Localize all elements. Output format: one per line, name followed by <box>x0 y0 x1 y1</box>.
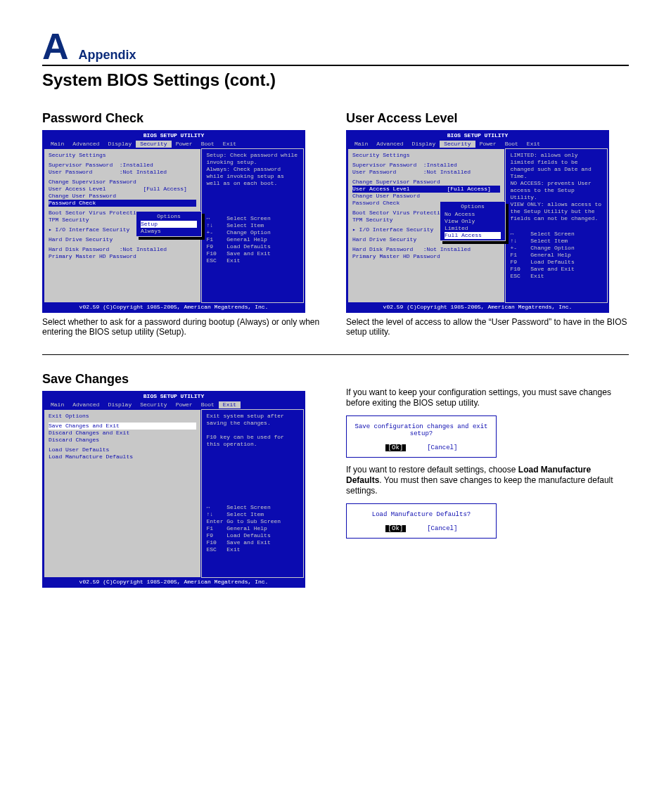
bios-title: BIOS SETUP UTILITY <box>44 392 304 401</box>
section-divider <box>42 354 629 355</box>
nav-l4: F9 Load Defaults <box>510 259 603 266</box>
popup-option-view-only[interactable]: View Only <box>445 218 501 225</box>
password-check-popup: Options Setup Always <box>136 211 202 237</box>
row-change-sup-pw[interactable]: Change Supervisor Password <box>352 179 500 186</box>
popup-title: Options <box>445 203 501 210</box>
bios-screenshot-save-changes: BIOS SETUP UTILITY Main Advanced Display… <box>42 391 305 588</box>
popup-option-always[interactable]: Always <box>141 228 197 235</box>
menu-boot[interactable]: Boot <box>197 401 219 408</box>
appendix-label: Appendix <box>79 48 136 63</box>
menu-security[interactable]: Security <box>136 401 171 408</box>
row-discard-changes[interactable]: Discard Changes <box>49 437 196 444</box>
nav-l2: +- Change Option <box>206 229 299 236</box>
menu-advanced[interactable]: Advanced <box>68 401 103 408</box>
bios-left-pane: Security Settings Supervisor Password :I… <box>347 148 505 303</box>
menu-power[interactable]: Power <box>172 401 197 408</box>
para2-c: . You must then save changes to keep the… <box>346 475 613 496</box>
nav-l6: ESC Exit <box>206 546 299 553</box>
popup-option-limited[interactable]: Limited <box>445 225 501 232</box>
bios-nav: ↔ Select Screen ↑↓ Select Item +- Change… <box>206 215 299 264</box>
nav-l0: ↔ Select Screen <box>510 231 603 238</box>
dialog-message: Save configuration changes and exit setu… <box>351 423 492 437</box>
nav-l1: ↑↓ Select Item <box>206 222 299 229</box>
menu-display[interactable]: Display <box>104 141 136 148</box>
bios-screenshot-user-access: BIOS SETUP UTILITY Main Advanced Display… <box>346 130 609 313</box>
row-supervisor-pw: Supervisor Password :Installed <box>49 162 196 169</box>
bios-footer: v02.59 (C)Copyright 1985-2005, American … <box>44 578 304 586</box>
popup-option-no-access[interactable]: No Access <box>445 211 501 218</box>
row-user-access-level[interactable]: User Access Level [Full Access] <box>352 186 500 193</box>
menu-main[interactable]: Main <box>46 141 68 148</box>
menu-security[interactable]: Security <box>440 141 475 148</box>
nav-l1: ↑↓ Select Item <box>510 238 603 245</box>
menu-boot[interactable]: Boot <box>501 141 523 148</box>
dialog-cancel-button[interactable]: [Cancel] <box>427 444 457 451</box>
nav-l3: F1 General Help <box>206 525 299 532</box>
bios-title: BIOS SETUP UTILITY <box>347 131 608 140</box>
menu-power[interactable]: Power <box>475 141 501 148</box>
nav-l0: ↔ Select Screen <box>206 215 299 222</box>
menu-display[interactable]: Display <box>408 141 440 148</box>
menu-main[interactable]: Main <box>350 141 372 148</box>
exit-heading: Exit Options <box>49 413 196 420</box>
bios-left-pane: Exit Options Save Changes and Exit Disca… <box>44 409 201 578</box>
row-save-and-exit[interactable]: Save Changes and Exit <box>49 423 196 430</box>
row-discard-and-exit[interactable]: Discard Changes and Exit <box>49 430 196 437</box>
popup-title: Options <box>141 213 197 220</box>
nav-l5: F10 Save and Exit <box>206 250 299 257</box>
user-access-popup: Options No Access View Only Limited Full… <box>440 201 506 241</box>
user-access-heading: User Access Level <box>346 111 629 126</box>
save-changes-para1: If you want to keep your configuration s… <box>346 387 629 408</box>
row-load-user-defaults[interactable]: Load User Defaults <box>49 446 196 453</box>
popup-option-full-access[interactable]: Full Access <box>445 232 501 239</box>
row-change-sup-pw[interactable]: Change Supervisor Password <box>49 179 196 186</box>
dialog-ok-button[interactable]: [Ok] <box>385 444 407 451</box>
row-user-access-level[interactable]: User Access Level [Full Access] <box>49 186 196 193</box>
nav-l2: +- Change Option <box>510 245 603 252</box>
menu-display[interactable]: Display <box>104 401 136 408</box>
nav-l1: ↑↓ Select Item <box>206 511 299 518</box>
para2-a: If you want to restore default settings,… <box>346 465 518 475</box>
page-title: System BIOS Settings (cont.) <box>42 70 629 90</box>
appendix-header: A Appendix <box>42 28 629 66</box>
row-change-user-pw[interactable]: Change User Password <box>49 193 196 200</box>
bios-screenshot-password-check: BIOS SETUP UTILITY Main Advanced Display… <box>42 130 305 313</box>
dialog-ok-button[interactable]: [Ok] <box>385 525 407 532</box>
help-text: LIMITED: allows only limited fields to b… <box>510 152 603 222</box>
nav-l4: F9 Load Defaults <box>206 243 299 250</box>
menu-security[interactable]: Security <box>136 141 171 148</box>
row-supervisor-pw: Supervisor Password :Installed <box>352 162 500 169</box>
bios-right-pane: Setup: Check password while invoking set… <box>201 148 304 303</box>
row-change-user-pw[interactable]: Change User Password <box>352 193 500 200</box>
menu-exit[interactable]: Exit <box>219 401 241 408</box>
nav-l6: ESC Exit <box>206 257 299 264</box>
row-load-manufacture-defaults[interactable]: Load Manufacture Defaults <box>49 453 196 460</box>
nav-l5: F10 Save and Exit <box>206 539 299 546</box>
row-primary-hd-pw[interactable]: Primary Master HD Password <box>49 253 196 260</box>
menu-main[interactable]: Main <box>46 401 68 408</box>
menu-exit[interactable]: Exit <box>523 141 544 148</box>
nav-l0: ↔ Select Screen <box>206 504 299 511</box>
bios-menubar: Main Advanced Display Security Power Boo… <box>347 140 608 148</box>
nav-l6: ESC Exit <box>510 273 603 280</box>
menu-exit[interactable]: Exit <box>219 141 241 148</box>
row-password-check[interactable]: Password Check <box>49 200 196 207</box>
appendix-letter: A <box>42 28 69 65</box>
bios-right-pane: LIMITED: allows only limited fields to b… <box>505 148 608 303</box>
menu-advanced[interactable]: Advanced <box>68 141 103 148</box>
row-user-pw: User Password :Not Installed <box>352 169 500 176</box>
row-user-pw: User Password :Not Installed <box>49 169 196 176</box>
menu-advanced[interactable]: Advanced <box>372 141 407 148</box>
row-primary-hd-pw[interactable]: Primary Master HD Password <box>352 253 500 260</box>
dialog-cancel-button[interactable]: [Cancel] <box>427 525 457 532</box>
menu-boot[interactable]: Boot <box>197 141 219 148</box>
row-hdd-pw: Hard Disk Password :Not Installed <box>49 246 196 253</box>
bios-title: BIOS SETUP UTILITY <box>44 131 304 140</box>
popup-option-setup[interactable]: Setup <box>141 221 197 228</box>
bios-nav: ↔ Select Screen ↑↓ Select Item Enter Go … <box>206 504 299 553</box>
nav-l5: F10 Save and Exit <box>510 266 603 273</box>
load-defaults-dialog: Load Manufacture Defaults? [Ok] [Cancel] <box>346 503 497 539</box>
help-text: Setup: Check password while invoking set… <box>206 152 299 187</box>
password-check-caption: Select whether to ask for a password dur… <box>42 317 325 337</box>
menu-power[interactable]: Power <box>172 141 197 148</box>
